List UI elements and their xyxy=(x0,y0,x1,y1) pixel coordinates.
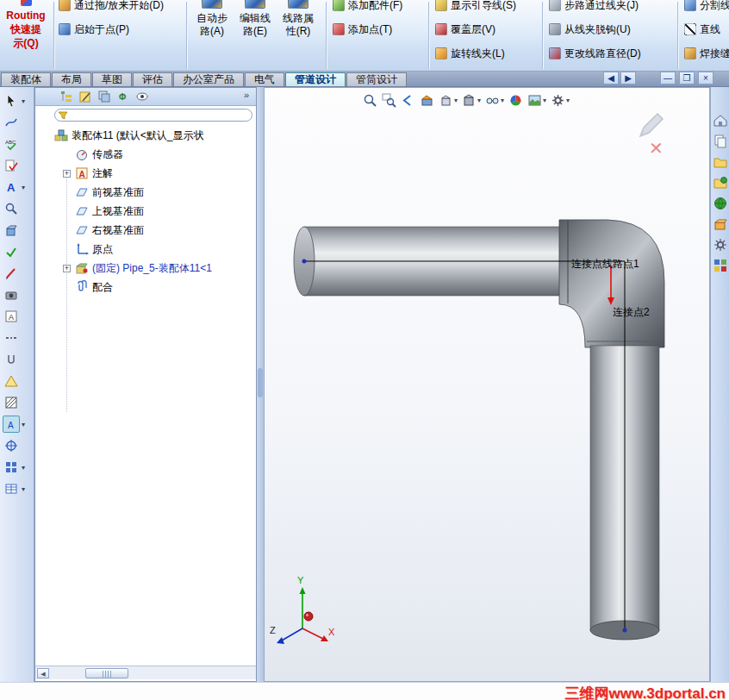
tree-item-origin[interactable]: 原点 xyxy=(35,241,256,258)
edit-route-button[interactable]: 编辑线 路(E) xyxy=(234,0,276,66)
home-icon[interactable] xyxy=(713,113,728,128)
add-point-button[interactable]: 添加点(T) xyxy=(333,22,392,37)
table-icon[interactable] xyxy=(3,480,20,497)
tab-layout[interactable]: 布局 xyxy=(52,72,91,86)
pointer-dropdown-icon[interactable]: ▾ xyxy=(22,97,30,105)
collapse-pane-left-button[interactable]: ◀ xyxy=(603,72,619,84)
tab-tubing-design[interactable]: 管筒设计 xyxy=(346,72,407,86)
u-clip-icon[interactable] xyxy=(3,351,20,368)
routing-quick-tip-button[interactable]: Routing 快速提 示(Q) xyxy=(0,0,52,72)
check-mark-icon[interactable] xyxy=(3,243,20,260)
tree-item-annotations[interactable]: + A 注解 xyxy=(35,165,256,182)
route-properties-button[interactable]: 线路属 性(R) xyxy=(277,0,319,66)
scrollbar-thumb[interactable] xyxy=(85,668,128,678)
display-manager-tab-icon[interactable] xyxy=(135,90,151,104)
change-route-diameter-button[interactable]: 更改线路直径(D) xyxy=(549,46,641,61)
tree-filter-input[interactable] xyxy=(54,109,252,122)
tree-item-front-plane[interactable]: 前视基准面 xyxy=(35,184,256,201)
tab-office-products[interactable]: 办公室产品 xyxy=(173,72,244,86)
tab-sketch[interactable]: 草图 xyxy=(92,72,132,86)
dimxpert-tab-icon[interactable]: Φ xyxy=(116,90,132,104)
tree-item-sensors[interactable]: 传感器 xyxy=(35,146,256,163)
coverings-button[interactable]: 覆盖层(V) xyxy=(435,22,495,37)
line-group: 分割线 直线 焊接缝 xyxy=(681,0,729,72)
small-a-icon[interactable]: A xyxy=(3,416,20,433)
add-fitting-button[interactable]: 添加配件(F) xyxy=(333,0,402,13)
magnifier-icon[interactable] xyxy=(3,200,20,217)
minimize-button[interactable]: — xyxy=(660,72,676,84)
tree-label: 前视基准面 xyxy=(92,185,144,200)
weld-seam-button[interactable]: 焊接缝 xyxy=(684,46,729,61)
tab-piping-design[interactable]: 管道设计 xyxy=(285,72,346,86)
scroll-left-icon[interactable]: ◀ xyxy=(37,668,49,678)
warning-triangle-icon[interactable] xyxy=(3,372,20,390)
text-note-dropdown-icon[interactable]: ▾ xyxy=(22,184,30,191)
restore-button[interactable]: ❐ xyxy=(679,72,695,84)
text-note-icon[interactable]: A xyxy=(3,178,20,196)
documents-icon[interactable] xyxy=(713,134,728,149)
table-dropdown-icon[interactable]: ▾ xyxy=(22,485,30,493)
close-button[interactable]: × xyxy=(698,72,713,84)
tree-item-assembly[interactable]: 装配体11 (默认<默认_显示状 xyxy=(35,127,256,144)
splitter-handle[interactable] xyxy=(258,368,263,397)
camera-icon[interactable] xyxy=(3,286,20,303)
building-blocks-icon[interactable] xyxy=(713,258,728,273)
tree-horizontal-scrollbar[interactable]: ◀ xyxy=(35,666,256,679)
start-at-point-button[interactable]: 启始于点(P) xyxy=(59,22,129,37)
pointer-tool-icon[interactable] xyxy=(3,92,20,109)
custom-properties-icon[interactable] xyxy=(713,237,728,253)
pipe-part-icon xyxy=(75,261,89,275)
rotate-clip-button[interactable]: 旋转线夹(L) xyxy=(435,46,505,61)
hatch-area-icon[interactable] xyxy=(3,394,20,411)
centerline-dashes-icon[interactable] xyxy=(3,329,20,347)
design-library-icon[interactable] xyxy=(713,175,728,191)
show-guidelines-button[interactable]: 显示引导线(S) xyxy=(435,0,516,13)
collapse-pane-right-button[interactable]: ▶ xyxy=(620,72,636,84)
split-line-label: 分割线 xyxy=(700,0,729,13)
tree-item-top-plane[interactable]: 上视基准面 xyxy=(35,203,256,220)
spell-check-icon[interactable]: ABC xyxy=(3,135,20,153)
straight-line-button[interactable]: 直线 xyxy=(684,22,720,37)
tab-electrical[interactable]: 电气 xyxy=(245,72,284,86)
tab-evaluate[interactable]: 评估 xyxy=(133,72,172,86)
ribbon-separator xyxy=(326,2,327,69)
route-through-clip-button[interactable]: 步路通过线夹(J) xyxy=(549,0,639,13)
tree-item-pipe-part[interactable]: + (固定) Pipe_5-装配体11<1 xyxy=(35,259,256,277)
ribbon-separator xyxy=(53,2,54,69)
annotation-connection-point-1[interactable]: 连接点线路点1 xyxy=(571,257,639,272)
tree-item-mates[interactable]: 配合 xyxy=(35,278,256,296)
panel-splitter[interactable] xyxy=(257,87,264,682)
grid-icon[interactable] xyxy=(3,459,20,476)
grid-dropdown-icon[interactable]: ▾ xyxy=(22,464,30,472)
unhook-from-clip-icon xyxy=(549,23,561,35)
coverings-icon xyxy=(435,23,447,35)
appearances-icon[interactable] xyxy=(713,196,728,211)
property-manager-tab-icon[interactable] xyxy=(78,90,94,104)
auto-route-button[interactable]: 自动步 路(A) xyxy=(191,0,233,66)
boxed-a-icon[interactable]: A xyxy=(3,308,20,325)
split-line-button[interactable]: 分割线 xyxy=(684,0,729,13)
folder-icon[interactable] xyxy=(713,154,728,170)
view-cube-icon[interactable] xyxy=(3,222,20,239)
red-pencil-icon[interactable] xyxy=(3,265,20,282)
graphics-viewport[interactable]: ▾ ▾ ▾ ▾ ▾ ✕ xyxy=(264,87,710,682)
tree-item-right-plane[interactable]: 右视基准面 xyxy=(35,222,256,239)
tab-assembly[interactable]: 装配体 xyxy=(1,72,51,86)
expand-icon[interactable]: + xyxy=(63,170,71,178)
small-a-dropdown-icon[interactable]: ▾ xyxy=(22,421,30,428)
panel-more-icon[interactable]: » xyxy=(244,90,249,100)
edit-route-icon xyxy=(245,0,265,9)
quick-tip-line2: 快速提 xyxy=(0,23,52,35)
unhook-from-clip-button[interactable]: 从线夹脱钩(U) xyxy=(549,22,631,37)
route-properties-label2: 性(R) xyxy=(277,25,319,38)
toolbox-icon[interactable] xyxy=(713,216,728,232)
doc-check-icon[interactable] xyxy=(3,157,20,174)
datum-target-icon[interactable] xyxy=(3,437,20,454)
start-by-drag-drop-button[interactable]: 通过拖/放来开始(D) xyxy=(59,0,164,13)
feature-manager-tab-icon[interactable] xyxy=(59,90,75,104)
expand-icon[interactable]: + xyxy=(63,265,71,272)
configuration-manager-tab-icon[interactable] xyxy=(97,90,113,104)
sketch-route-icon[interactable] xyxy=(3,114,20,131)
annotation-connection-point-2[interactable]: 连接点2 xyxy=(613,305,650,320)
plane-icon xyxy=(75,185,89,199)
